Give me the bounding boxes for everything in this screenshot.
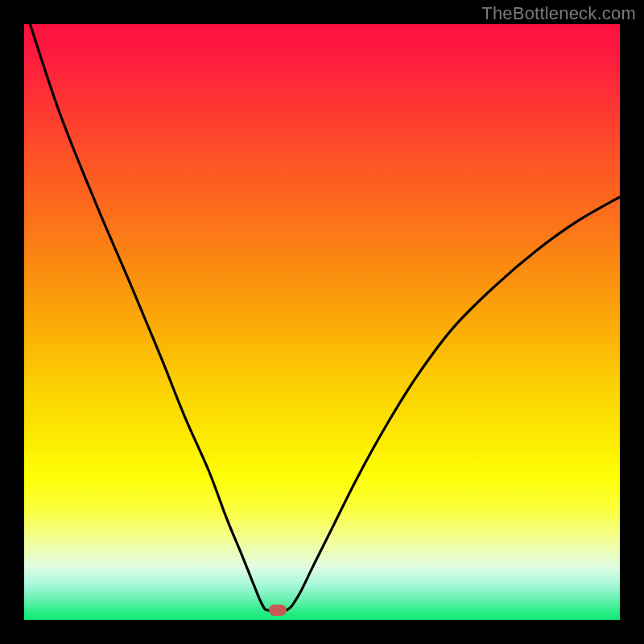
watermark-text: TheBottleneck.com [481,3,636,24]
optimal-marker [269,605,287,616]
plot-area [24,24,620,620]
chart-frame: TheBottleneck.com [0,0,644,644]
bottleneck-curve [24,24,620,620]
